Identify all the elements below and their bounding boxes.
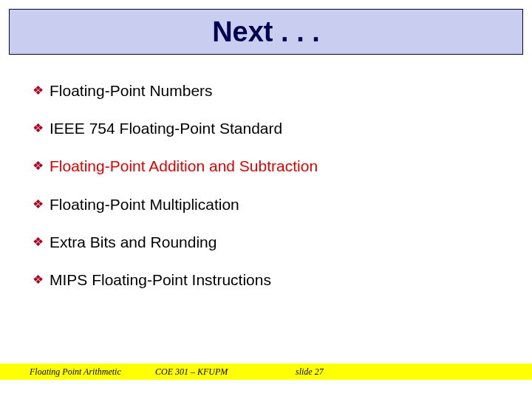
footer-slide-number: slide 27 (296, 366, 324, 378)
list-item: ❖ Floating-Point Addition and Subtractio… (33, 157, 499, 175)
list-item-label: Floating-Point Multiplication (50, 195, 239, 214)
footer-topic: Floating Point Arithmetic (30, 366, 121, 378)
title-bar: Next . . . (9, 9, 523, 55)
list-item-label: Extra Bits and Rounding (50, 233, 216, 251)
list-item: ❖ Extra Bits and Rounding (33, 233, 499, 251)
list-item: ❖ Floating-Point Multiplication (33, 195, 499, 214)
bullet-list: ❖ Floating-Point Numbers ❖ IEEE 754 Floa… (33, 81, 499, 308)
list-item-label: IEEE 754 Floating-Point Standard (50, 119, 282, 137)
footer-course: COE 301 – KFUPM (155, 366, 228, 378)
bullet-icon: ❖ (33, 159, 44, 174)
bullet-icon: ❖ (33, 273, 44, 287)
list-item: ❖ IEEE 754 Floating-Point Standard (33, 119, 499, 137)
slide-title: Next . . . (212, 16, 320, 48)
bullet-icon: ❖ (33, 235, 44, 250)
list-item-label: Floating-Point Addition and Subtraction (50, 157, 318, 175)
list-item: ❖ Floating-Point Numbers (33, 81, 499, 100)
list-item-label: Floating-Point Numbers (50, 81, 213, 100)
footer-bar: Floating Point Arithmetic COE 301 – KFUP… (0, 364, 532, 380)
list-item: ❖ MIPS Floating-Point Instructions (33, 270, 499, 289)
list-item-label: MIPS Floating-Point Instructions (50, 270, 271, 289)
bullet-icon: ❖ (33, 197, 44, 212)
bullet-icon: ❖ (33, 121, 44, 136)
bullet-icon: ❖ (33, 83, 44, 98)
